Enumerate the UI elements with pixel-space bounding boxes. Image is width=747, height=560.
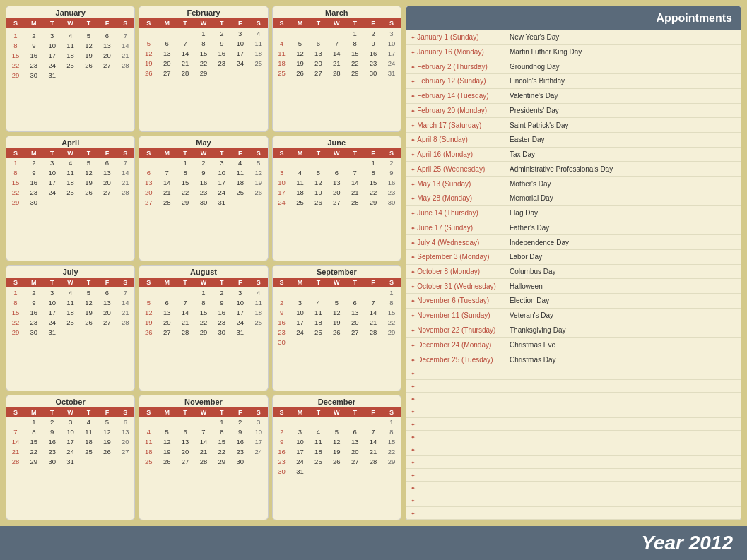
weekday-header: T	[43, 18, 61, 28]
calendar-day	[80, 198, 98, 208]
calendar-day: 12	[80, 168, 98, 178]
calendar-day: 29	[194, 68, 213, 78]
calendar-day: 30	[231, 457, 249, 467]
appointment-empty-row	[406, 380, 741, 393]
weekday-header: T	[80, 148, 98, 158]
calendar-day	[98, 457, 116, 467]
appointment-date: November 11 (Sunday)	[406, 308, 505, 323]
appointment-holiday: Groundhog Day	[505, 59, 741, 74]
calendar-day: 24	[231, 317, 249, 327]
calendar-day: 13	[158, 48, 176, 58]
calendar-day: 25	[273, 68, 291, 78]
calendar-day: 17	[213, 178, 231, 188]
calendar-day: 27	[158, 68, 176, 78]
appointment-date: February 2 (Thursday)	[406, 59, 505, 74]
calendar-day: 19	[327, 317, 346, 327]
calendar-day: 2	[25, 158, 43, 168]
calendar-day: 28	[364, 457, 382, 467]
calendar-day: 20	[116, 437, 134, 447]
weekday-header: M	[158, 278, 176, 287]
appointment-empty-row	[406, 418, 741, 431]
calendar-day: 2	[382, 158, 401, 168]
calendar-day: 26	[249, 188, 268, 198]
calendar-day: 13	[98, 40, 116, 50]
appointment-row: January 16 (Monday)Martin Luther King Da…	[406, 44, 741, 59]
calendar-day: 2	[25, 287, 43, 297]
appointment-holiday: Christmas Day	[505, 352, 741, 367]
calendar-day: 5	[158, 427, 176, 437]
calendar-day: 30	[364, 68, 382, 78]
calendar-day: 7	[194, 427, 213, 437]
calendar-day: 27	[98, 317, 116, 327]
calendar-table-june: SMTWTFS123456789101112131415161718192021…	[273, 148, 401, 208]
calendar-day: 21	[176, 58, 194, 68]
weekday-header: M	[25, 407, 43, 417]
calendar-may: MaySMTWTFS123456789101112131415161718192…	[139, 136, 268, 262]
weekday-header: S	[6, 148, 25, 158]
weekday-header: S	[273, 148, 291, 158]
calendar-day: 13	[309, 48, 327, 58]
calendar-table-august: SMTWTFS123456789101112131415161718192021…	[139, 278, 267, 337]
calendar-day: 25	[231, 188, 249, 198]
appointments-table: January 1 (Sunday)New Year's DayJanuary …	[406, 30, 741, 520]
calendar-day	[139, 158, 158, 168]
calendar-day: 22	[194, 317, 213, 327]
appointment-holiday: Election Day	[505, 294, 741, 309]
appointment-row: November 6 (Tuesday)Election Day	[406, 294, 741, 309]
calendar-day: 29	[364, 198, 382, 208]
appointment-holiday: Presidents' Day	[505, 103, 741, 118]
calendar-day: 26	[309, 198, 327, 208]
weekday-header: T	[346, 148, 364, 158]
calendar-day: 2	[213, 28, 231, 38]
weekday-header: S	[6, 18, 25, 28]
calendar-day: 19	[139, 58, 158, 68]
calendar-day	[364, 287, 382, 297]
weekday-header: S	[139, 407, 158, 417]
appointment-holiday: Mother's Day	[505, 177, 741, 191]
calendar-day: 18	[291, 188, 310, 198]
weekday-header: M	[291, 18, 310, 28]
appointment-date: April 25 (Wednesday)	[406, 162, 505, 177]
calendar-day: 1	[194, 28, 213, 38]
calendar-day: 25	[291, 198, 310, 208]
calendar-day: 11	[61, 168, 80, 178]
calendar-day: 31	[61, 457, 80, 467]
calendar-day: 8	[6, 297, 25, 307]
calendar-day	[327, 417, 346, 427]
calendar-day: 28	[116, 188, 134, 198]
weekday-header: T	[80, 407, 98, 417]
calendar-day: 25	[61, 60, 80, 70]
calendar-day: 3	[231, 287, 249, 297]
calendar-day: 20	[158, 317, 176, 327]
calendar-day: 3	[231, 28, 249, 38]
calendar-table-april: SMTWTFS123456789101112131415161718192021…	[6, 148, 134, 208]
calendar-day: 6	[116, 417, 134, 427]
calendar-day: 15	[6, 307, 25, 317]
calendar-day: 27	[346, 457, 364, 467]
calendar-day: 17	[43, 50, 61, 60]
calendar-day: 31	[231, 327, 249, 337]
calendar-table-january: SMTWTFS123456789101112131415161718192021…	[6, 18, 134, 80]
appointment-holiday: Lincoln's Birthday	[505, 74, 741, 89]
calendar-day: 21	[194, 447, 213, 457]
calendar-day: 24	[291, 327, 310, 337]
weekday-header: T	[176, 278, 194, 287]
calendar-day: 3	[61, 417, 80, 427]
appointment-row: April 16 (Monday)Tax Day	[406, 147, 741, 162]
calendar-day: 19	[139, 317, 158, 327]
calendar-september: SeptemberSMTWTFS123456789101112131415161…	[272, 265, 401, 391]
calendar-day: 5	[139, 297, 158, 307]
calendar-day: 4	[80, 417, 98, 427]
calendar-day: 29	[382, 327, 401, 337]
calendar-day	[273, 158, 291, 168]
calendar-day	[327, 337, 346, 347]
calendar-day: 13	[98, 168, 116, 178]
appointment-date: September 3 (Monday)	[406, 249, 505, 264]
weekday-header: S	[6, 278, 25, 287]
calendar-day: 28	[158, 198, 176, 208]
calendar-day: 30	[25, 70, 43, 80]
calendar-day: 27	[346, 327, 364, 337]
calendar-day: 14	[176, 48, 194, 58]
calendar-day: 11	[61, 40, 80, 50]
calendar-day: 25	[249, 317, 268, 327]
